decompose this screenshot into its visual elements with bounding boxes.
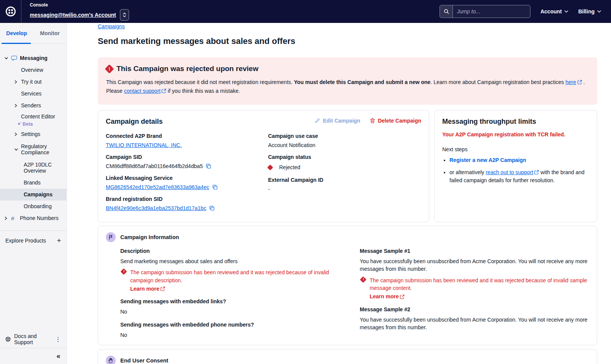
brand-registration-link[interactable]: BN4f42e90e6c3d9a1eba2537bd1d17a1bc [106, 205, 206, 211]
sidebar-item-label: Brands [24, 180, 40, 186]
chevron-down-icon [597, 10, 601, 13]
alert-body: This Campaign was rejected because it di… [106, 78, 589, 95]
tab-monitor[interactable]: Monitor [33, 23, 66, 44]
list-item: Register a new A2P Campaign [449, 156, 589, 164]
beta-badge-label: Beta [23, 121, 33, 127]
jump-to-search [440, 5, 530, 18]
sidebar-item-onboarding[interactable]: Onboarding [0, 201, 66, 212]
search-button[interactable] [440, 5, 453, 18]
sidebar-item-senders[interactable]: Senders [0, 100, 66, 112]
sample1-label: Message Sample #1 [360, 248, 589, 254]
sparkle-icon [17, 122, 21, 126]
external-link-icon [577, 80, 582, 84]
contact-support-link[interactable]: contact support [124, 88, 161, 94]
copy-icon[interactable] [206, 163, 211, 169]
reach-out-support-link[interactable]: reach out to support [486, 169, 533, 175]
kebab-menu-icon[interactable]: ⋮ [55, 336, 61, 343]
embedded-phone-label: Sending messages with embedded phone num… [120, 322, 350, 328]
page-title: Send marketing messages about sales and … [98, 36, 597, 46]
billing-menu[interactable]: Billing [578, 8, 601, 15]
chevron-right-icon [15, 133, 17, 136]
add-product-button[interactable]: + [57, 237, 61, 244]
sidebar-item-brands[interactable]: Brands [0, 177, 66, 189]
top-navbar: Console messaging@twilio.com's Account A… [0, 0, 611, 23]
sidebar-item-label: Try it out [21, 79, 42, 85]
external-link-icon [162, 89, 166, 93]
alert-text: This Campaign was rejected because it di… [106, 79, 294, 85]
external-link-icon [534, 170, 539, 175]
chevron-down-icon [5, 57, 8, 60]
chevron-down-icon [564, 10, 568, 13]
chevron-right-icon [15, 80, 17, 84]
tab-develop[interactable]: Develop [0, 23, 33, 44]
twilio-logo-icon [6, 6, 16, 16]
sidebar-item-regulatory-compliance[interactable]: Regulatory Compliance [0, 140, 66, 159]
chat-bubble-icon [11, 55, 17, 61]
console-label: Console [30, 2, 129, 8]
field-campaign-use-case: Campaign use case Account Notification [268, 133, 421, 148]
sample1-error: ! The campaign submission has been revie… [360, 277, 589, 301]
register-campaign-link[interactable]: Register a new A2P Campaign [449, 157, 526, 163]
learn-more-link[interactable]: Learn more [370, 293, 399, 300]
twilio-logo[interactable] [0, 0, 21, 23]
delete-campaign-label: Delete Campaign [378, 118, 421, 124]
messaging-service-link[interactable]: MG8626542ed170e52ad7e83633a963a4ec [106, 184, 209, 190]
collapse-sidebar-button[interactable]: « [57, 352, 60, 360]
docs-and-support[interactable]: Docs and Support ⋮ [0, 330, 66, 348]
embedded-links-value: No [120, 308, 350, 315]
copy-icon[interactable] [209, 205, 215, 211]
account-name-link[interactable]: messaging@twilio.com's Account [30, 12, 116, 18]
sidebar-item-settings[interactable]: Settings [0, 128, 66, 140]
chevron-right-icon [15, 104, 17, 107]
life-ring-icon [5, 336, 11, 342]
sidebar-item-try-it-out[interactable]: Try it out [0, 76, 66, 88]
learn-more-link[interactable]: Learn more [130, 285, 159, 293]
field-connected-a2p-brand: Connected A2P Brand TWILIO INTERNATIONAL… [106, 133, 268, 148]
sample1-value: You have successfully been unsubscribed … [360, 257, 589, 273]
sidebar-item-content-editor[interactable]: Content Editor [0, 112, 66, 121]
embedded-links-label: Sending messages with embedded links? [120, 298, 350, 304]
sidebar-item-campaigns[interactable]: Campaigns [0, 189, 66, 201]
alert-text: if you think this was a mistake. [166, 88, 240, 94]
field-label: Campaign SID [106, 154, 268, 160]
here-link[interactable]: here [566, 79, 576, 85]
error-text: The campaign submission has been reviewe… [130, 269, 329, 283]
description-value: Send marketing messages about sales and … [120, 257, 350, 265]
sidebar-item-label: Senders [21, 102, 41, 108]
alert-text: . Learn more about Campaign registration… [430, 79, 565, 85]
trash-icon [370, 118, 375, 123]
sidebar-item-overview[interactable]: Overview [0, 64, 66, 76]
sample2-label: Message Sample #2 [360, 306, 589, 312]
field-label: Campaign use case [268, 133, 421, 139]
description-error: ! The campaign submission has been revie… [120, 269, 350, 293]
sidebar-item-label: Campaigns [24, 191, 52, 197]
delete-campaign-button[interactable]: Delete Campaign [370, 118, 421, 124]
next-steps-label: Next steps [442, 146, 589, 152]
external-id-value: - [268, 186, 270, 192]
account-switcher-button[interactable] [120, 9, 129, 21]
docs-and-support-label: Docs and Support [14, 333, 52, 345]
account-menu[interactable]: Account [540, 8, 568, 15]
field-label: External Campaign ID [268, 177, 421, 183]
sidebar-item-a2p-10dlc-overview[interactable]: A2P 10DLC Overview [0, 159, 66, 177]
campaign-details-title: Campaign details [106, 118, 163, 126]
embedded-phone-value: No [120, 331, 350, 339]
list-item-text: or alternatively [449, 169, 486, 175]
field-label: Connected A2P Brand [106, 133, 268, 139]
sidebar: Develop Monitor Messaging Overview Try i… [0, 23, 67, 364]
field-linked-messaging-service: Linked Messaging Service MG8626542ed170e… [106, 175, 268, 190]
copy-icon[interactable] [212, 184, 218, 190]
edit-campaign-button[interactable]: Edit Campaign [315, 118, 360, 124]
sidebar-item-phone-numbers[interactable]: # Phone Numbers [0, 212, 66, 224]
sidebar-item-services[interactable]: Services [0, 88, 66, 100]
end-user-consent-title: End User Consent [120, 358, 168, 364]
account-menu-label: Account [540, 8, 562, 15]
connected-brand-link[interactable]: TWILIO INTERNATIONAL, INC. [106, 142, 182, 148]
breadcrumb[interactable]: Campaigns [98, 23, 125, 29]
sidebar-item-label: Messaging [20, 55, 47, 61]
sidebar-item-messaging[interactable]: Messaging [0, 52, 66, 64]
rejected-status-icon [267, 164, 273, 170]
tcr-failed-text: Your A2P Campaign registration with TCR … [442, 131, 589, 138]
jump-to-input[interactable] [453, 5, 530, 18]
throughput-title: Messaging throughput limits [442, 118, 589, 126]
